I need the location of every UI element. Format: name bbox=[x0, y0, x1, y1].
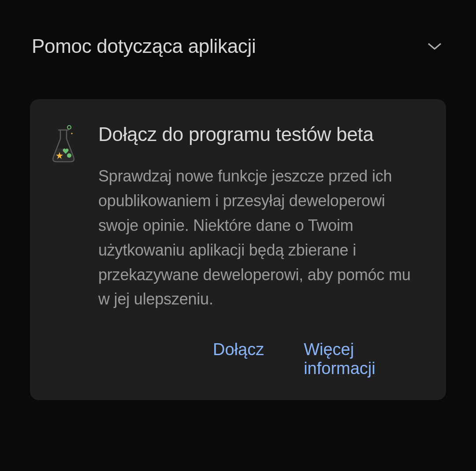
svg-point-2 bbox=[67, 153, 71, 158]
section-title: Pomoc dotycząca aplikacji bbox=[32, 35, 256, 57]
beta-program-card: Dołącz do programu testów beta Sprawdzaj… bbox=[30, 99, 446, 400]
beta-card-title: Dołącz do programu testów beta bbox=[98, 121, 426, 147]
beta-flask-icon bbox=[50, 121, 83, 312]
svg-point-1 bbox=[67, 126, 71, 129]
more-info-button[interactable]: Więcej informacji bbox=[304, 340, 426, 378]
app-support-section-header[interactable]: Pomoc dotycząca aplikacji bbox=[26, 31, 450, 62]
join-button[interactable]: Dołącz bbox=[213, 340, 264, 378]
beta-card-description: Sprawdzaj nowe funkcje jeszcze przed ich… bbox=[98, 164, 426, 312]
chevron-down-icon bbox=[425, 37, 444, 56]
